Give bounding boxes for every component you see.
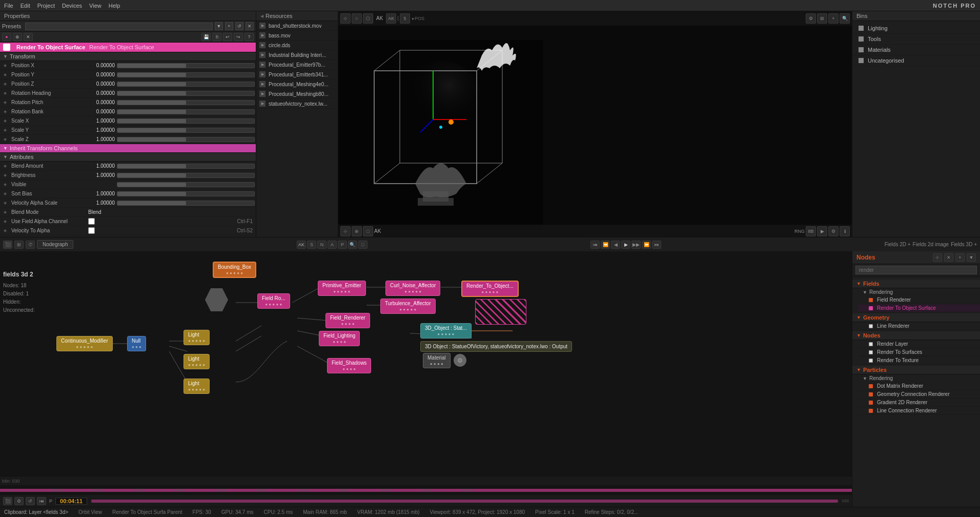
timeline-track-area[interactable]: 0 00100 00200 00300 00400 00500 00600 00… [0,485,852,494]
node-hatch[interactable] [475,299,526,325]
nodes-close-btn[interactable]: ✕ [944,253,953,262]
prop-icon-rb[interactable]: ◈ [1,108,9,116]
node-bounding-box[interactable]: Bounding_Box ● ● ● ● ● [213,262,256,278]
resource-proc3[interactable]: ▶ Procedural_Meshing4e0... [256,79,338,89]
prop-icon-bm[interactable]: ◈ [1,208,9,216]
resource-proc2[interactable]: ▶ Procedural_Emitterb341... [256,70,338,79]
menu-devices[interactable]: Devices [62,3,82,9]
prop-slider-rp[interactable] [117,100,255,105]
inherit-transform-row[interactable]: ▼ Inherit Transform Channels [0,144,256,153]
prop-icon-bright[interactable]: ◈ [1,171,9,180]
prop-icon-sx[interactable]: ◈ [1,117,9,125]
prop-slider-bright[interactable] [117,173,255,178]
ng-grid-btn[interactable]: ⊞ [14,241,24,249]
ng-tab-nodegraph[interactable]: Nodegraph [37,240,73,249]
menu-help[interactable]: Help [109,3,120,9]
pb-end[interactable]: ⏭ [652,241,661,249]
viewport[interactable]: ⊹ ○ ⬡ AK AK | 5 ▸POS ⚙ ⊞ + 🔍 [338,11,852,237]
prop-icon-vel[interactable]: ◈ [1,199,9,207]
vp-btn-2[interactable]: ○ [352,13,362,24]
node-light1[interactable]: Light ● ● ● ● ● [183,330,210,345]
tree-item-render-to-surfaces[interactable]: Render To Surfaces [859,348,980,356]
presets-dropdown[interactable] [25,23,213,30]
nodes-more-btn[interactable]: ▼ [967,253,976,262]
save-btn[interactable]: 💾 [201,33,211,41]
presets-refresh-btn[interactable]: ↺ [235,22,243,30]
particles-rendering-header[interactable]: ▼ Rendering [859,374,980,382]
prop-slider-vel[interactable] [117,201,255,206]
prop-icon-px[interactable]: ◈ [1,62,9,70]
menu-view[interactable]: View [89,3,101,9]
vp-btn-settings[interactable]: ⚙ [806,13,816,24]
node-primitive-emitter[interactable]: Primitive_Emitter ● ● ● ● ● [318,281,366,296]
tree-item-gradient-2d[interactable]: Gradient 2D Renderer [859,399,980,407]
copy-btn[interactable]: ⎘ [212,33,221,41]
tb-s[interactable]: S [307,241,316,249]
node-render-to-object[interactable]: Render_To_Object... ● ● ● ● ● [461,281,519,297]
pb-fwd2[interactable]: ⏩ [642,241,651,249]
pb-fwd[interactable]: ▶▶ [631,241,641,249]
prop-slider-py[interactable] [117,72,255,77]
help-btn[interactable]: ? [244,33,254,41]
prop-icon-sort[interactable]: ◈ [1,190,9,198]
prop-icon-sy[interactable]: ◈ [1,126,9,134]
node-curl-noise[interactable]: Curl_Noise_Affector ● ● ● ● ● [385,281,440,296]
tb-ak[interactable]: AK [297,241,306,249]
vp-btn-plus[interactable]: + [828,13,839,24]
menu-project[interactable]: Project [37,3,55,9]
resource-statue[interactable]: ▶ statueofvictory_notex.lw... [256,99,338,109]
nodes-search-input[interactable]: render [855,266,977,274]
tree-item-dot-matrix[interactable]: Dot Matrix Renderer [859,382,980,390]
vp-btn-search-vp[interactable]: 🔍 [840,13,850,24]
pb-rew[interactable]: ⏮ [590,241,600,249]
eye-btn[interactable]: ● [2,33,11,41]
nodes-resize-btn[interactable]: ⊹ [933,253,942,262]
node-field-ro[interactable]: Field Ro... ● ● ● ● ● [257,293,290,309]
tree-item-render-to-obj-surf[interactable]: Render To Object Surface [859,304,980,312]
tree-section-geometry-header[interactable]: ▼ Geometry [852,313,980,322]
transform-section-header[interactable]: ▼ Transform [0,52,256,61]
presets-down-btn[interactable]: ▼ [215,22,223,30]
node-material[interactable]: Material ● ● ● ● [423,353,451,368]
pb-stepback[interactable]: ⏪ [601,241,610,249]
timeline-progress[interactable] [91,500,838,503]
prop-slider-sy[interactable] [117,128,255,133]
vp-bottom-settings2[interactable]: ⚙ [828,226,839,236]
tree-section-fields-header[interactable]: ▼ Fields [852,280,980,288]
vp-bottom-play[interactable]: ▶ [817,226,827,236]
prop-slider-rb[interactable] [117,109,255,114]
checkbox-vel-alpha[interactable] [88,227,95,234]
prop-icon-va[interactable]: ◈ [1,227,9,235]
prop-slider-px[interactable] [117,63,255,68]
menu-file[interactable]: File [4,3,13,9]
undo-btn[interactable]: ↩ [223,33,232,41]
tree-item-geom-conn[interactable]: Geometry Connection Renderer [859,390,980,399]
prop-icon-pz[interactable]: ◈ [1,80,9,88]
link-btn[interactable]: ⊕ [13,33,22,41]
ng-clock-btn[interactable]: ⏱ [26,241,35,249]
bins-item-lighting[interactable]: Lighting [852,23,980,34]
tb-p[interactable]: P [338,241,347,249]
tb-n[interactable]: N [317,241,326,249]
bins-item-tools[interactable]: Tools [852,34,980,45]
ng-settings-btn[interactable]: ⚙ [14,497,24,505]
tree-section-nodes-header[interactable]: ▼ Nodes [852,331,980,340]
resource-industrial[interactable]: ▶ Industrial Building Interi... [256,50,338,60]
redo-btn[interactable]: ↪ [234,33,243,41]
bins-item-materials[interactable]: Materials [852,45,980,55]
tree-section-particles-header[interactable]: ▼ Particles [852,366,980,374]
prop-icon-sz[interactable]: ◈ [1,135,9,144]
ng-back-btn[interactable]: ⏮ [37,497,46,505]
prop-icon-rp[interactable]: ◈ [1,98,9,107]
node-light2[interactable]: Light ● ● ● ● ● [183,354,210,369]
bins-item-uncategorised[interactable]: Uncategorised [852,55,980,66]
menu-edit[interactable]: Edit [21,3,30,9]
node-field-lighting[interactable]: Field_Lighting ● ● ● ● [319,331,360,346]
vp-btn-5[interactable]: 5 [400,13,410,24]
node-hexagon[interactable] [205,288,228,311]
nodes-maximize-btn[interactable]: + [955,253,965,262]
pb-back[interactable]: ◀ [611,241,620,249]
presets-x-btn[interactable]: ✕ [246,22,254,30]
rendering-subsec-header[interactable]: ▼ Rendering [859,288,980,296]
ng-loop-btn[interactable]: ↺ [26,497,35,505]
